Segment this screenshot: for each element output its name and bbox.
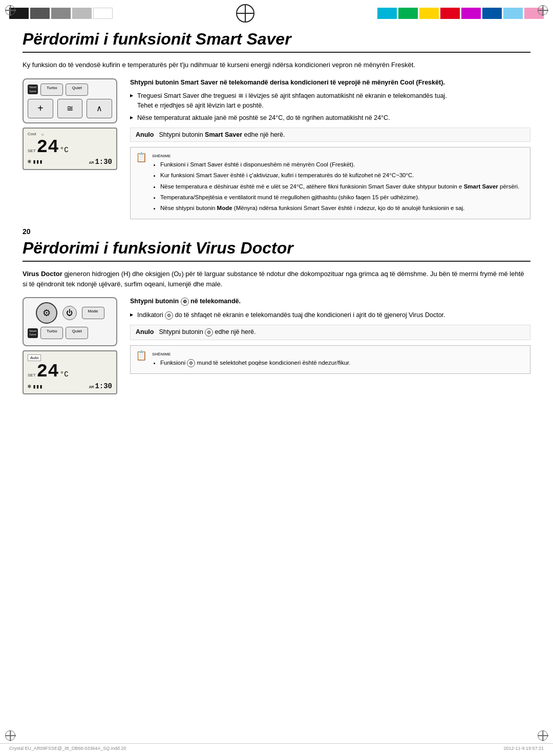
indicator-icon: ⚙ (165, 311, 173, 320)
section1-anulo-label: Anulo (136, 131, 154, 138)
color-bar-blue (482, 8, 502, 19)
section1-intro: Ky funksion do të vendosë kufirin e temp… (23, 60, 530, 70)
lcd-temperature: 24 (37, 138, 59, 157)
remote-control-top-2: ⚙ ⏻ Mode SmartSaver Turbo Quiet (23, 297, 117, 346)
note-item-3: Nëse temperatura e dëshiruar është më e … (160, 182, 519, 191)
lcd-time-2: 1:30 (95, 382, 112, 390)
section1-instruction-heading: Shtypni butonin Smart Saver në telekoman… (130, 78, 530, 88)
mode-button[interactable]: Mode (82, 307, 104, 319)
section1-note-box: 📋 SHËNIME Funksioni i Smart Saver është … (130, 147, 530, 219)
lcd-ampm-2: AM (89, 385, 94, 389)
shenime-label-1: SHËNIME (152, 153, 519, 159)
section2-bullet-list: Indikatori ⚙ do të shfaqet në ekranin e … (130, 310, 530, 320)
section2-anulo-text: Shtypni butonin ⚙ edhe një herë. (159, 328, 256, 337)
corner-mark-br (538, 730, 548, 741)
color-bar-lt-cyan (503, 8, 523, 19)
corner-mark-tr (538, 5, 548, 15)
color-bar-yellow (419, 8, 439, 19)
color-white (93, 8, 113, 19)
section2-remote-diagram: ⚙ ⏻ Mode SmartSaver Turbo Quiet (23, 297, 120, 394)
color-dark-gray (30, 8, 50, 19)
right-color-bars (377, 8, 544, 19)
section-virus-doctor: Përdorimi i funksionit Virus Doctor Viru… (23, 239, 530, 394)
top-bar (0, 0, 553, 25)
lcd-temperature-2: 24 (37, 363, 59, 381)
quiet-button-2[interactable]: Quiet (66, 327, 88, 339)
anulo-icon: ⚙ (205, 328, 213, 337)
section2-anulo-box: Anulo Shtypni butonin ⚙ edhe një herë. (130, 325, 530, 340)
lcd-cool-label: Cool (28, 132, 36, 137)
lcd-degree: °C (60, 146, 69, 154)
lcd-set-label-2: SET (28, 373, 36, 377)
color-bar-cyan (377, 8, 397, 19)
note-item-2: Kur funksioni Smart Saver është i ç'akti… (160, 171, 519, 180)
virus-doctor-button[interactable]: ⚙ (36, 302, 57, 324)
color-light-gray (72, 8, 92, 19)
note-icon: 📋 (136, 151, 147, 164)
lcd-degree-2: °C (60, 370, 69, 379)
color-mid-gray (51, 8, 71, 19)
section1-remote-diagram: SmartSaver Turbo Quiet + ≅ ∧ Cool (23, 78, 120, 220)
color-bar-green (398, 8, 418, 19)
color-bar-magenta (461, 8, 481, 19)
left-color-bars (9, 8, 113, 19)
virus-icon-inline: ⚙ (181, 298, 189, 306)
section2-note-box: 📋 SHËNIME Funksioni ⚙ mund të selektohet… (130, 345, 530, 374)
note-item-5: Nëse shtypni butonin Mode (Mënyra) ndërs… (160, 204, 519, 213)
lcd-set-label: SET (28, 149, 36, 153)
plus-button[interactable]: + (28, 99, 53, 118)
lcd-auto-label: Auto (28, 354, 41, 361)
footer-right: 2012-11-9 19:57:21 (503, 746, 544, 751)
footer: Crystal EU_AR09FSSE@_IB_DB68-03364A_SQ.i… (0, 743, 553, 753)
section1-instructions: Shtypni butonin Smart Saver në telekoman… (130, 78, 530, 220)
page-number: 20 (23, 227, 530, 236)
section2-note-item-1: Funksioni ⚙ mund të selektohet poqëse ko… (160, 359, 350, 367)
section1-bullet-list: Treguesi Smart Saver dhe treguesi ≅ i lë… (130, 91, 530, 122)
up-button[interactable]: ∧ (87, 99, 112, 118)
section2-instruction-heading: Shtypni butonin ⚙ në telekomandë. (130, 297, 530, 306)
power-button[interactable]: ⏻ (62, 306, 77, 320)
page-content: Përdorimi i funksionit Smart Saver Ky fu… (0, 25, 553, 400)
lcd-display-section1: Cool ☆ SET 24 °C ❄ ▮▮▮ AM (23, 128, 117, 170)
section2-body: ⚙ ⏻ Mode SmartSaver Turbo Quiet (23, 297, 530, 394)
smart-saver-button[interactable]: SmartSaver (28, 85, 38, 94)
section1-title: Përdorimi i funksionit Smart Saver (23, 30, 530, 53)
lcd-time: 1:30 (95, 158, 112, 166)
fan-button[interactable]: ≅ (57, 99, 83, 118)
section2-intro: Virus Doctor gjeneron hidrogjen (H) dhe … (23, 269, 530, 289)
note-item-4: Temperatura/Shpejtësia e ventilatorit mu… (160, 193, 519, 202)
section1-bullet-1: Treguesi Smart Saver dhe treguesi ≅ i lë… (130, 91, 530, 110)
lcd-display-section2: Auto SET 24 °C ❄ ▮▮▮ AM 1 (23, 350, 117, 394)
section1-anulo-text: Shtypni butonin Smart Saver edhe një her… (159, 131, 285, 138)
center-registration-mark (236, 4, 254, 23)
note-item-1: Funksioni i Smart Saver është i disponue… (160, 160, 519, 169)
section2-title: Përdorimi i funksionit Virus Doctor (23, 239, 530, 262)
quiet-button[interactable]: Quiet (66, 83, 88, 96)
turbo-button[interactable]: Turbo (40, 83, 63, 96)
section1-bullet-2: Nëse temperaturat aktuale janë më poshtë… (130, 113, 530, 122)
section-smart-saver: Përdorimi i funksionit Smart Saver Ky fu… (23, 30, 530, 219)
section2-bullet-1: Indikatori ⚙ do të shfaqet në ekranin e … (130, 310, 530, 320)
shenime-label-2: SHËNIME (152, 351, 350, 358)
remote-control-top: SmartSaver Turbo Quiet + ≅ ∧ (23, 78, 117, 123)
corner-mark-bl (5, 730, 15, 741)
note-icon-2: 📋 (136, 349, 147, 363)
lcd-ampm: AM (89, 160, 94, 165)
section1-note-list: Funksioni i Smart Saver është i disponue… (152, 160, 519, 215)
corner-mark-tl (5, 5, 15, 15)
note-virus-icon: ⚙ (187, 359, 195, 367)
section1-anulo-box: Anulo Shtypni butonin Smart Saver edhe n… (130, 128, 530, 142)
section2-anulo-label: Anulo (136, 328, 154, 335)
section2-instructions: Shtypni butonin ⚙ në telekomandë. Indika… (130, 297, 530, 394)
color-bar-red (440, 8, 460, 19)
section2-note-list: Funksioni ⚙ mund të selektohet poqëse ko… (152, 359, 350, 369)
footer-left: Crystal EU_AR09FSSE@_IB_DB68-03364A_SQ.i… (9, 746, 126, 751)
smart-saver-button-2[interactable]: SmartSaver (28, 328, 38, 338)
section1-body: SmartSaver Turbo Quiet + ≅ ∧ Cool (23, 78, 530, 220)
turbo-button-2[interactable]: Turbo (40, 327, 63, 339)
